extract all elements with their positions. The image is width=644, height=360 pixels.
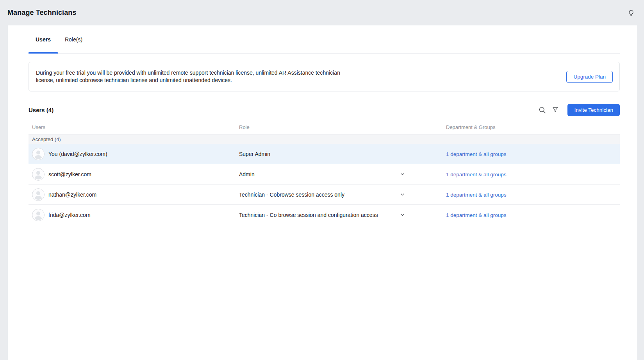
role-label: Admin <box>239 171 255 177</box>
upgrade-plan-button[interactable]: Upgrade Plan <box>566 71 613 83</box>
department-groups-link[interactable]: 1 department & all groups <box>446 172 507 177</box>
department-cell: 1 department & all groups <box>446 211 620 219</box>
lightbulb-icon[interactable] <box>624 6 638 20</box>
filter-icon[interactable] <box>549 104 561 116</box>
trial-banner-line1: During your free trial you will be provi… <box>36 69 340 77</box>
column-header-users: Users <box>29 124 239 130</box>
table-row[interactable]: nathan@zylker.com Technician - Cobrowse … <box>29 184 620 205</box>
content-panel: Users Role(s) During your free trial you… <box>8 25 637 360</box>
invite-technician-button[interactable]: Invite Technician <box>567 104 620 116</box>
user-name: scott@zylker.com <box>48 171 91 177</box>
group-header-accepted: Accepted (4) <box>29 134 620 144</box>
department-cell: 1 department & all groups <box>446 150 620 158</box>
tab-users[interactable]: Users <box>29 25 58 53</box>
chevron-down-icon[interactable] <box>398 210 407 220</box>
column-header-role: Role <box>239 124 446 130</box>
group-header-label: Accepted (4) <box>32 136 61 142</box>
role-label: Technician - Cobrowse session access onl… <box>239 192 344 198</box>
table-row[interactable]: You (david@zylker.com) Super Admin 1 dep… <box>29 144 620 164</box>
chevron-down-icon[interactable] <box>398 190 407 199</box>
department-cell: 1 department & all groups <box>446 191 620 198</box>
tab-roles[interactable]: Role(s) <box>58 25 89 53</box>
tab-users-label: Users <box>36 36 51 43</box>
table-row[interactable]: frida@zylker.com Technician - Co browse … <box>29 205 620 225</box>
department-groups-link[interactable]: 1 department & all groups <box>446 151 507 157</box>
users-section-header: Users (4) Invite Technician <box>29 104 620 116</box>
table-header-row: Users Role Department & Groups <box>29 120 620 134</box>
avatar <box>32 148 45 160</box>
role-label: Super Admin <box>239 151 270 157</box>
column-header-department: Department & Groups <box>446 124 620 130</box>
user-name: nathan@zylker.com <box>48 192 96 198</box>
trial-banner: During your free trial you will be provi… <box>29 62 620 91</box>
avatar <box>32 188 45 201</box>
trial-banner-text: During your free trial you will be provi… <box>36 69 340 84</box>
user-cell: nathan@zylker.com <box>29 188 239 201</box>
role-label: Technician - Co browse session and confi… <box>239 212 378 218</box>
tabs-bar: Users Role(s) <box>29 25 620 54</box>
chevron-down-icon[interactable] <box>398 170 407 179</box>
users-table: Users Role Department & Groups Accepted … <box>29 120 620 225</box>
role-cell: Admin <box>239 171 446 177</box>
user-cell: scott@zylker.com <box>29 168 239 181</box>
department-groups-link[interactable]: 1 department & all groups <box>446 212 507 218</box>
page-title: Manage Technicians <box>7 9 77 17</box>
role-cell: Super Admin <box>239 151 446 157</box>
users-section-actions: Invite Technician <box>536 104 620 116</box>
table-row[interactable]: scott@zylker.com Admin 1 department & al… <box>29 164 620 184</box>
department-cell: 1 department & all groups <box>446 171 620 178</box>
page-header: Manage Technicians <box>0 0 644 25</box>
tab-roles-label: Role(s) <box>65 36 82 43</box>
user-cell: frida@zylker.com <box>29 209 239 221</box>
search-icon[interactable] <box>536 104 548 116</box>
trial-banner-line2: license, unlimited cobrowse technician l… <box>36 77 340 84</box>
users-count-title: Users (4) <box>29 107 54 113</box>
avatar <box>32 168 45 181</box>
user-cell: You (david@zylker.com) <box>29 148 239 160</box>
department-groups-link[interactable]: 1 department & all groups <box>446 192 507 198</box>
role-cell: Technician - Cobrowse session access onl… <box>239 192 446 198</box>
user-name: frida@zylker.com <box>48 212 91 218</box>
active-tab-underline <box>29 52 58 54</box>
user-name: You (david@zylker.com) <box>48 151 107 157</box>
role-cell: Technician - Co browse session and confi… <box>239 212 446 218</box>
avatar <box>32 209 45 221</box>
